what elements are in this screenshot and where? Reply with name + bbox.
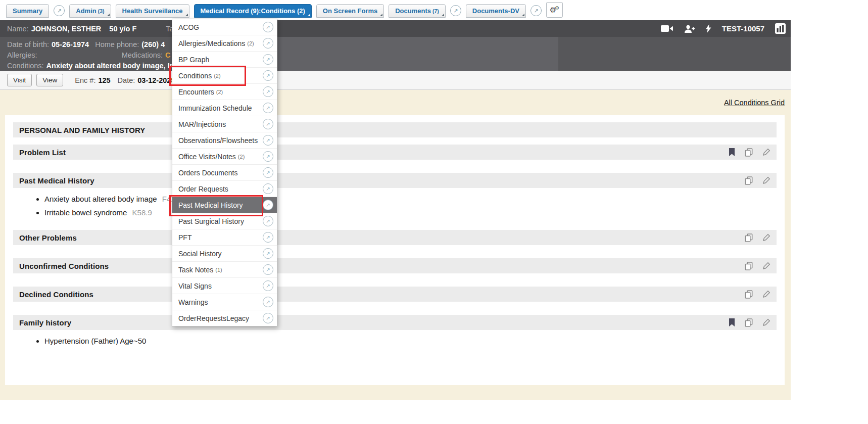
bookmark-icon[interactable] — [729, 148, 735, 156]
menu-item-orderrequestslegacy[interactable]: OrderRequestsLegacy ↗ — [172, 310, 277, 326]
external-link-icon[interactable]: ↗ — [54, 5, 65, 16]
copy-icon[interactable] — [745, 262, 753, 270]
menu-item-social-history[interactable]: Social History ↗ — [172, 246, 277, 262]
copy-icon[interactable] — [745, 176, 753, 185]
edit-pencil-icon[interactable] — [762, 262, 770, 270]
menu-item-immunization-schedule[interactable]: Immunization Schedule ↗ — [172, 100, 277, 116]
external-link-icon[interactable]: ↗ — [531, 5, 542, 16]
video-camera-icon[interactable] — [661, 25, 673, 32]
menu-item-label: Order Requests — [178, 185, 228, 193]
section-title: Problem List — [19, 148, 66, 157]
arrow-glyph: ↗ — [266, 121, 270, 127]
external-link-icon[interactable]: ↗ — [263, 119, 273, 129]
add-user-icon[interactable] — [684, 25, 695, 33]
section-header-personal-and-family-history: PERSONAL AND FAMILY HISTORY — [13, 122, 777, 137]
menu-item-label: Immunization Schedule — [178, 104, 252, 112]
external-link-icon[interactable]: ↗ — [263, 70, 273, 81]
edit-pencil-icon[interactable] — [762, 148, 770, 156]
menu-item-label: BP Graph — [178, 56, 209, 64]
external-link-icon[interactable]: ↗ — [263, 22, 273, 32]
menu-item-conditions[interactable]: Conditions (2) ↗ — [172, 68, 277, 84]
tab-health-surveillance[interactable]: Health Surveillance — [116, 4, 189, 18]
edit-pencil-icon[interactable] — [762, 290, 770, 298]
copy-icon[interactable] — [745, 148, 753, 157]
external-link-icon[interactable]: ↗ — [263, 297, 273, 307]
arrow-glyph: ↗ — [266, 251, 270, 256]
external-link-icon[interactable]: ↗ — [263, 167, 273, 178]
arrow-glyph: ↗ — [266, 234, 270, 240]
external-link-icon[interactable]: ↗ — [263, 313, 273, 323]
external-link-icon[interactable]: ↗ — [263, 103, 273, 113]
section-header[interactable]: Unconfirmed Conditions — [13, 258, 777, 273]
external-link-icon[interactable]: ↗ — [263, 280, 273, 291]
settings-gear-button[interactable]: ⚙ ⚙ — [546, 2, 563, 18]
section-header[interactable]: Declined Conditions — [13, 287, 777, 302]
tab-documents[interactable]: Documents (7) — [389, 4, 446, 18]
external-link-icon[interactable]: ↗ — [263, 135, 273, 146]
arrow-glyph: ↗ — [453, 8, 458, 14]
menu-item-past-medical-history[interactable]: Past Medical History ↗ — [172, 197, 277, 213]
tab-documents-count: (7) — [432, 8, 439, 14]
bookmark-icon[interactable] — [729, 318, 735, 326]
condition-item: Irritable bowel syndrome K58.9 — [44, 208, 777, 217]
external-link-icon[interactable]: ↗ — [263, 183, 273, 194]
tab-admin[interactable]: Admin (3) — [69, 4, 111, 18]
external-link-icon[interactable]: ↗ — [263, 151, 273, 162]
all-conditions-grid-link[interactable]: All Conditions Grid — [724, 99, 785, 107]
external-link-icon[interactable]: ↗ — [263, 232, 273, 243]
edit-pencil-icon[interactable] — [762, 176, 770, 184]
section-header[interactable]: Problem List — [13, 145, 777, 160]
arrow-glyph: ↗ — [266, 170, 270, 175]
arrow-glyph: ↗ — [266, 218, 270, 224]
tab-on-screen-forms[interactable]: On Screen Forms — [316, 4, 384, 18]
lightning-bolt-icon[interactable] — [706, 24, 711, 33]
external-link-icon[interactable]: ↗ — [263, 54, 273, 65]
patient-dob-row: Date of birth: 05-26-1974 Home phone: (2… — [0, 39, 791, 50]
external-link-icon[interactable]: ↗ — [263, 38, 273, 49]
external-link-icon[interactable]: ↗ — [450, 5, 461, 16]
menu-item-office-visits-notes[interactable]: Office Visits/Notes (2) ↗ — [172, 149, 277, 165]
section-title: Family history — [19, 318, 71, 327]
section-header[interactable]: Other Problems — [13, 230, 777, 245]
edit-pencil-icon[interactable] — [762, 318, 770, 326]
menu-item-acog[interactable]: ACOG ↗ — [172, 19, 277, 35]
view-button[interactable]: View — [36, 74, 63, 86]
visit-button[interactable]: Visit — [7, 74, 32, 86]
copy-icon[interactable] — [745, 290, 753, 299]
menu-item-task-notes[interactable]: Task Notes (1) ↗ — [172, 262, 277, 278]
section-header[interactable]: Past Medical History — [13, 173, 777, 188]
bar-chart-icon[interactable] — [775, 23, 786, 34]
menu-item-label: Orders Documents — [178, 169, 237, 177]
menu-item-pft[interactable]: PFT ↗ — [172, 229, 277, 246]
arrow-glyph: ↗ — [57, 8, 62, 14]
copy-icon[interactable] — [745, 318, 753, 327]
external-link-icon[interactable]: ↗ — [263, 86, 273, 97]
conditions-panel: PERSONAL AND FAMILY HISTORY Problem List… — [5, 115, 785, 385]
menu-item-order-requests[interactable]: Order Requests ↗ — [172, 181, 277, 197]
menu-item-past-surgical-history[interactable]: Past Surgical History ↗ — [172, 213, 277, 229]
menu-item-mar-injections[interactable]: MAR/Injections ↗ — [172, 116, 277, 132]
external-link-icon[interactable]: ↗ — [263, 248, 273, 259]
menu-item-allergies-medications[interactable]: Allergies/Medications (2) ↗ — [172, 35, 277, 52]
name-label: Name: — [7, 25, 29, 33]
menu-item-orders-documents[interactable]: Orders Documents ↗ — [172, 165, 277, 181]
menu-item-vital-signs[interactable]: Vital Signs ↗ — [172, 278, 277, 294]
section-family-history: Family history Hypertension (Father) Age… — [13, 315, 777, 345]
external-link-icon[interactable]: ↗ — [263, 216, 273, 226]
enc-label: Enc #: — [75, 76, 95, 84]
tab-summary[interactable]: Summary — [6, 4, 49, 18]
tab-documents-dv[interactable]: Documents-DV — [466, 4, 526, 18]
copy-icon[interactable] — [745, 233, 753, 242]
external-link-icon[interactable]: ↗ — [263, 200, 273, 210]
menu-item-observations-flowsheets[interactable]: Observations/Flowsheets ↗ — [172, 132, 277, 149]
menu-item-warnings[interactable]: Warnings ↗ — [172, 294, 277, 310]
edit-pencil-icon[interactable] — [762, 233, 770, 242]
menu-item-bp-graph[interactable]: BP Graph ↗ — [172, 52, 277, 68]
tab-medical-record[interactable]: Medical Record (9):Conditions (2) — [194, 4, 312, 18]
tab-health-surveillance-label: Health Surveillance — [122, 7, 183, 15]
external-link-icon[interactable]: ↗ — [263, 264, 273, 275]
menu-item-encounters[interactable]: Encounters (2) ↗ — [172, 84, 277, 100]
arrow-glyph: ↗ — [266, 105, 270, 111]
section-header[interactable]: Family history — [13, 315, 777, 330]
medications-value: C — [165, 51, 170, 59]
